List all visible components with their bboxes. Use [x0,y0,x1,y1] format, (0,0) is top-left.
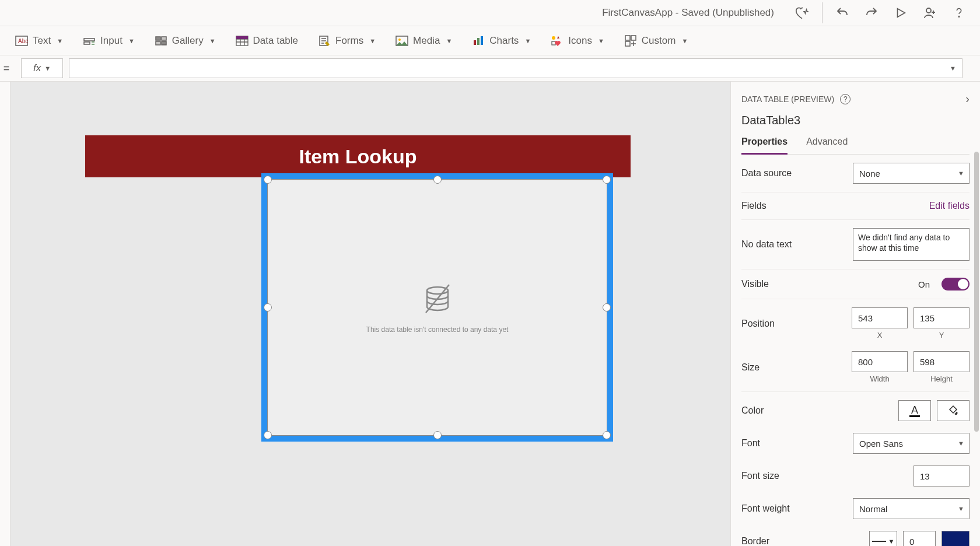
selection-frame[interactable]: This data table isn't connected to any d… [261,173,613,442]
resize-handle[interactable] [264,303,272,312]
resize-handle[interactable] [603,431,611,439]
resize-handle[interactable] [264,176,272,184]
prop-visible: Visible On [741,270,970,299]
ribbon-label: Icons [568,35,592,47]
font-weight-dropdown[interactable]: Normal ▼ [853,498,970,519]
ribbon-custom[interactable]: Custom▼ [622,32,690,50]
prop-label: Position [741,318,823,329]
tab-advanced[interactable]: Advanced [806,136,848,154]
ribbon-label: Gallery [172,35,204,47]
svg-rect-7 [162,37,166,40]
dropdown-value: None [859,169,880,178]
control-name[interactable]: DataTable3 [741,114,970,127]
dim-label: Height [930,374,953,383]
separator [822,2,822,23]
dropdown-value: Open Sans [859,439,903,449]
resize-handle[interactable] [264,431,272,439]
chevron-down-icon: ▼ [598,37,604,44]
svg-rect-8 [156,41,160,45]
panel-header: DATA TABLE (PREVIEW) ? › [741,92,970,106]
equals-label: = [0,62,13,75]
resize-handle[interactable] [603,303,611,312]
prop-fields: Fields Edit fields [741,192,970,220]
input-icon [83,34,96,47]
svg-rect-5 [84,42,90,44]
property-selector[interactable]: fx ▼ [21,58,63,78]
border-style-dropdown[interactable]: ▼ [869,531,897,546]
svg-point-14 [398,38,401,41]
prop-font-size: Font size 13 [741,457,970,490]
datatable-icon [236,34,249,47]
prop-no-data-text: No data text We didn't find any data to … [741,220,970,270]
resize-handle[interactable] [433,431,442,439]
gallery-icon [155,34,167,47]
scrollbar[interactable] [974,152,979,432]
chevron-down-icon: ▼ [524,37,531,44]
play-icon[interactable] [889,1,912,24]
data-source-dropdown[interactable]: None ▼ [853,163,970,184]
svg-rect-9 [162,41,166,45]
prop-label: Font [741,438,823,449]
tab-properties[interactable]: Properties [741,136,788,155]
chevron-down-icon: ▼ [446,37,452,44]
left-strip [0,82,10,546]
share-icon[interactable] [918,1,942,24]
no-data-text-input[interactable]: We didn't find any data to show at this … [853,228,970,261]
fill-color-button[interactable] [937,400,970,421]
prop-font-weight: Font weight Normal ▼ [741,490,970,523]
datatable-control[interactable]: This data table isn't connected to any d… [267,179,607,436]
icons-icon [551,34,564,47]
ribbon-gallery[interactable]: Gallery▼ [152,32,218,50]
ribbon-forms[interactable]: Forms▼ [316,32,378,50]
ribbon-label: Text [33,35,51,47]
resize-handle[interactable] [433,176,442,184]
toggle-state-label: On [918,279,930,289]
custom-icon [624,34,637,47]
help-icon[interactable]: ? [840,94,850,104]
ribbon-text[interactable]: Abc Text▼ [13,32,65,50]
size-width-input[interactable]: 800 [852,351,908,372]
font-dropdown[interactable]: Open Sans ▼ [853,433,970,454]
ribbon-datatable[interactable]: Data table [233,32,301,50]
main-area: Item Lookup This data table isn't connec… [0,82,980,546]
dropdown-value: Normal [859,504,887,514]
dim-label: Y [939,331,944,340]
media-icon [396,34,408,47]
design-canvas[interactable]: Item Lookup This data table isn't connec… [10,82,730,546]
position-x-input[interactable]: 543 [852,307,908,328]
help-icon[interactable] [947,1,971,24]
size-height-input[interactable]: 598 [914,351,970,372]
font-color-button[interactable]: A [898,400,931,421]
formula-input[interactable]: ▼ [69,58,963,78]
prop-label: Data source [741,168,823,178]
svg-rect-15 [474,40,476,45]
redo-icon[interactable] [860,1,883,24]
collapse-panel-icon[interactable]: › [965,92,970,106]
header-title: Item Lookup [299,145,416,168]
charts-icon [472,34,485,47]
edit-fields-link[interactable]: Edit fields [929,201,970,211]
chevron-down-icon: ▼ [57,37,63,44]
resize-handle[interactable] [603,176,611,184]
ribbon-icons[interactable]: Icons▼ [548,32,607,50]
chevron-down-icon: ▼ [209,37,216,44]
panel-tabs: Properties Advanced [741,136,970,155]
health-check-icon[interactable] [790,1,814,24]
app-screen: Item Lookup [85,135,631,177]
undo-icon[interactable] [831,1,854,24]
position-y-input[interactable]: 135 [914,307,970,328]
svg-rect-4 [84,38,94,41]
chevron-down-icon[interactable]: ▼ [950,65,956,72]
ribbon-charts[interactable]: Charts▼ [470,32,533,50]
insert-ribbon: Abc Text▼ Input▼ Gallery▼ Data table For… [0,26,980,55]
app-title: FirstCanvasApp - Saved (Unpublished) [602,7,774,19]
prop-label: Size [741,362,823,373]
border-thickness-input[interactable]: 0 [903,531,936,546]
visible-toggle[interactable] [942,278,970,290]
ribbon-media[interactable]: Media▼ [393,32,454,50]
border-color-button[interactable] [942,531,970,546]
prop-label: Font weight [741,503,823,514]
chevron-down-icon: ▼ [44,65,51,72]
ribbon-input[interactable]: Input▼ [80,32,137,50]
font-size-input[interactable]: 13 [914,466,970,487]
